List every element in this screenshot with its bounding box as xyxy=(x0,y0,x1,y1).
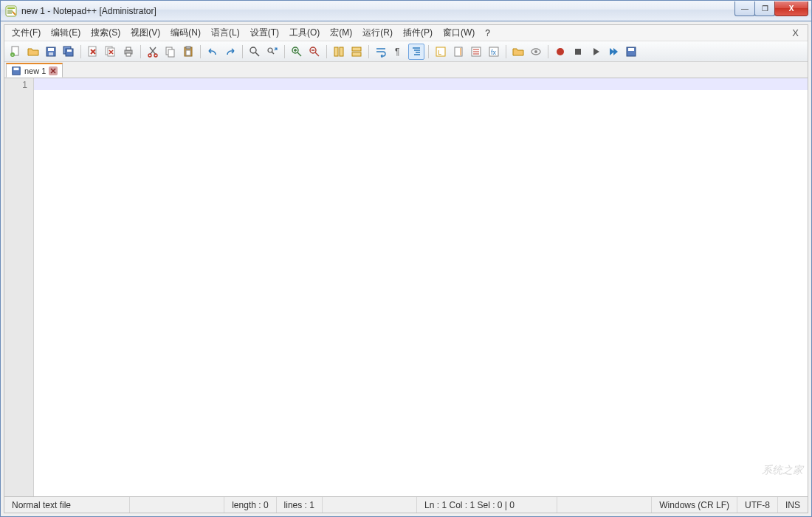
separator xyxy=(200,45,201,58)
show-chars-button[interactable]: ¶ xyxy=(390,44,407,60)
indent-guide-button[interactable] xyxy=(408,44,424,60)
svg-rect-35 xyxy=(460,48,461,55)
print-button[interactable] xyxy=(120,44,137,60)
separator xyxy=(80,45,81,58)
macro-save-button[interactable] xyxy=(623,44,639,60)
status-position: Ln : 1 Col : 1 Sel : 0 | 0 xyxy=(417,497,557,513)
tab-active[interactable]: new 1 xyxy=(6,63,63,78)
macro-play-button[interactable] xyxy=(588,44,604,60)
menu-view[interactable]: 视图(V) xyxy=(126,25,165,41)
menu-edit[interactable]: 编辑(E) xyxy=(47,25,85,41)
open-button[interactable] xyxy=(25,44,41,60)
svg-rect-29 xyxy=(352,47,361,51)
monitor-button[interactable] xyxy=(528,44,544,60)
zoom-out-icon xyxy=(309,46,320,58)
document-icon xyxy=(11,66,21,76)
close-icon: X xyxy=(789,4,794,13)
function-list-button[interactable]: fx xyxy=(486,44,502,60)
menubar: 文件(F) 编辑(E) 搜索(S) 视图(V) 编码(N) 语言(L) 设置(T… xyxy=(4,25,808,41)
save-all-button[interactable] xyxy=(61,44,77,60)
svg-rect-19 xyxy=(168,49,174,57)
macro-stop-button[interactable] xyxy=(570,44,586,60)
separator xyxy=(506,45,506,58)
stop-icon xyxy=(572,46,584,58)
copy-button[interactable] xyxy=(162,44,179,60)
replace-button[interactable] xyxy=(264,44,281,60)
close-document-x[interactable]: X xyxy=(786,27,805,38)
new-button[interactable]: + xyxy=(7,44,24,60)
folder-icon xyxy=(512,46,524,58)
menu-help[interactable]: ? xyxy=(481,27,495,40)
zoom-in-icon xyxy=(291,46,303,58)
indent-icon xyxy=(410,46,422,58)
macro-play-multi-button[interactable] xyxy=(605,44,622,60)
status-encoding[interactable]: UTF-8 xyxy=(737,497,778,513)
svg-rect-28 xyxy=(340,47,343,56)
folder-workspace-button[interactable] xyxy=(510,44,526,60)
svg-point-23 xyxy=(250,47,256,53)
doc-list-button[interactable] xyxy=(468,44,484,60)
menu-macro[interactable]: 宏(M) xyxy=(326,25,357,41)
menu-file[interactable]: 文件(F) xyxy=(7,25,45,41)
svg-text:L: L xyxy=(438,49,441,56)
close-all-icon xyxy=(105,46,117,58)
zoom-in-button[interactable] xyxy=(289,44,305,60)
editor-area: 1 系统之家 xyxy=(4,78,808,496)
close-window-button[interactable]: X xyxy=(774,1,808,16)
undo-button[interactable] xyxy=(204,44,221,60)
redo-icon xyxy=(224,46,236,58)
minimize-button[interactable]: — xyxy=(734,1,755,16)
svg-rect-44 xyxy=(628,48,634,51)
menu-language[interactable]: 语言(L) xyxy=(207,25,244,41)
save-button[interactable] xyxy=(43,44,59,60)
menu-window[interactable]: 窗口(W) xyxy=(438,25,479,41)
svg-rect-9 xyxy=(67,49,72,52)
menu-run[interactable]: 运行(R) xyxy=(358,25,397,41)
cut-button[interactable] xyxy=(145,44,161,60)
lang-icon: L xyxy=(435,46,447,58)
sync-vertical-button[interactable] xyxy=(331,44,347,60)
word-wrap-button[interactable] xyxy=(373,44,389,60)
svg-rect-22 xyxy=(186,50,190,55)
separator xyxy=(326,45,327,58)
user-lang-button[interactable]: L xyxy=(433,44,449,60)
text-area-wrapper xyxy=(34,78,808,496)
separator xyxy=(428,45,429,58)
status-mode[interactable]: INS xyxy=(778,497,808,513)
line-gutter: 1 xyxy=(4,78,34,496)
separator xyxy=(368,45,369,58)
svg-rect-27 xyxy=(334,47,338,56)
paste-button[interactable] xyxy=(180,44,196,60)
app-icon xyxy=(5,5,17,17)
pilcrow-icon: ¶ xyxy=(393,46,405,58)
menu-search[interactable]: 搜索(S) xyxy=(86,25,125,41)
menu-settings[interactable]: 设置(T) xyxy=(246,25,283,41)
line-number: 1 xyxy=(4,80,27,90)
maximize-icon: ❐ xyxy=(762,4,768,13)
macro-record-button[interactable] xyxy=(552,44,568,60)
svg-rect-6 xyxy=(49,52,53,55)
window-body: 文件(F) 编辑(E) 搜索(S) 视图(V) 编码(N) 语言(L) 设置(T… xyxy=(0,21,812,517)
maximize-button[interactable]: ❐ xyxy=(754,1,775,16)
svg-rect-30 xyxy=(352,52,361,56)
separator xyxy=(284,45,285,58)
doc-map-button[interactable] xyxy=(450,44,467,60)
save-all-icon xyxy=(63,46,75,58)
status-eol[interactable]: Windows (CR LF) xyxy=(652,497,737,513)
undo-icon xyxy=(207,46,219,58)
folder-open-icon xyxy=(27,46,39,58)
menu-plugins[interactable]: 插件(P) xyxy=(399,25,437,41)
find-button[interactable] xyxy=(247,44,263,60)
record-icon xyxy=(554,46,566,58)
svg-rect-5 xyxy=(48,48,54,51)
close-all-button[interactable] xyxy=(103,44,119,60)
sync-horizontal-button[interactable] xyxy=(348,44,365,60)
close-doc-button[interactable] xyxy=(85,44,101,60)
zoom-out-button[interactable] xyxy=(306,44,323,60)
titlebar[interactable]: new 1 - Notepad++ [Administrator] — ❐ X xyxy=(0,0,812,21)
text-editor[interactable] xyxy=(34,78,808,496)
menu-encoding[interactable]: 编码(N) xyxy=(166,25,205,41)
tab-close-icon[interactable] xyxy=(49,66,58,75)
redo-button[interactable] xyxy=(222,44,238,60)
menu-tools[interactable]: 工具(O) xyxy=(285,25,324,41)
